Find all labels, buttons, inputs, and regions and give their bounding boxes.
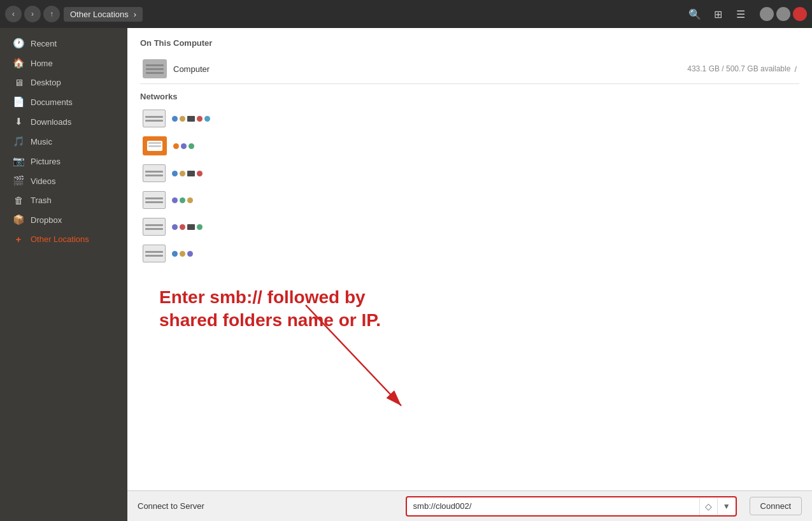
annotation-area: Enter smb:// followed by shared folders … bbox=[140, 267, 799, 445]
sidebar-label-home: Home bbox=[31, 59, 53, 68]
sidebar-label-dropbox: Dropbox bbox=[31, 215, 62, 225]
nas-icon-2 bbox=[143, 136, 167, 155]
downloads-icon: ⬇ bbox=[13, 116, 24, 127]
on-this-computer-title: On This Computer bbox=[140, 38, 799, 48]
network-item-3[interactable] bbox=[140, 160, 799, 187]
bottom-bar: Connect to Server ◇ ▼ Connect bbox=[127, 490, 812, 521]
sidebar-item-desktop[interactable]: 🖥 Desktop bbox=[3, 73, 125, 92]
computer-row[interactable]: Computer 433.1 GB / 500.7 GB available / bbox=[140, 54, 799, 84]
other-locations-icon: + bbox=[13, 234, 24, 245]
connect-to-server-label: Connect to Server bbox=[138, 501, 204, 511]
location-bar[interactable]: Other Locations › bbox=[64, 7, 143, 22]
titlebar: ‹ › ↑ Other Locations › 🔍 ⊞ ☰ bbox=[0, 0, 812, 28]
up-button[interactable]: ↑ bbox=[43, 6, 60, 22]
location-chevron: › bbox=[134, 10, 136, 19]
sidebar-item-videos[interactable]: 🎬 Videos bbox=[3, 171, 125, 190]
trash-icon: 🗑 bbox=[13, 195, 24, 206]
svg-line-1 bbox=[306, 305, 401, 406]
sidebar: 🕐 Recent 🏠 Home 🖥 Desktop 📄 Documents ⬇ … bbox=[0, 28, 127, 521]
network-item-6[interactable] bbox=[140, 240, 799, 267]
forward-button[interactable]: › bbox=[24, 6, 41, 22]
content-area: On This Computer Computer 433.1 GB / 500… bbox=[127, 28, 812, 521]
close-button[interactable] bbox=[793, 7, 807, 21]
sidebar-item-pictures[interactable]: 📷 Pictures bbox=[3, 152, 125, 171]
recent-icon: 🕐 bbox=[13, 38, 24, 49]
nas-icon-5 bbox=[143, 218, 166, 236]
main-layout: 🕐 Recent 🏠 Home 🖥 Desktop 📄 Documents ⬇ … bbox=[0, 28, 812, 521]
network-item-5[interactable] bbox=[140, 213, 799, 240]
nas-icon-1 bbox=[143, 110, 166, 127]
menu-button[interactable]: ☰ bbox=[732, 5, 750, 23]
network-label-1 bbox=[172, 116, 210, 122]
connect-button[interactable]: Connect bbox=[750, 497, 802, 515]
sidebar-label-videos: Videos bbox=[31, 176, 56, 186]
desktop-icon: 🖥 bbox=[13, 77, 24, 88]
maximize-button[interactable] bbox=[776, 7, 790, 21]
sidebar-item-downloads[interactable]: ⬇ Downloads bbox=[3, 112, 125, 131]
home-icon: 🏠 bbox=[13, 57, 24, 69]
computer-hdd-icon bbox=[143, 59, 167, 78]
network-label-4 bbox=[172, 197, 193, 203]
sidebar-label-documents: Documents bbox=[31, 97, 73, 107]
sidebar-item-trash[interactable]: 🗑 Trash bbox=[3, 191, 125, 210]
computer-icon-area: Computer bbox=[143, 59, 210, 78]
network-item-1[interactable] bbox=[140, 105, 799, 132]
computer-label: Computer bbox=[173, 64, 210, 74]
videos-icon: 🎬 bbox=[13, 175, 24, 187]
window-controls bbox=[760, 7, 807, 21]
search-button[interactable]: 🔍 bbox=[686, 5, 704, 23]
sidebar-item-other-locations[interactable]: + Other Locations bbox=[3, 230, 125, 248]
network-label-5 bbox=[172, 224, 203, 230]
networks-title: Networks bbox=[140, 92, 799, 101]
sidebar-label-pictures: Pictures bbox=[31, 157, 61, 166]
back-button[interactable]: ‹ bbox=[5, 6, 22, 22]
sidebar-item-music[interactable]: 🎵 Music bbox=[3, 132, 125, 151]
sidebar-label-recent: Recent bbox=[31, 39, 57, 48]
sidebar-item-documents[interactable]: 📄 Documents bbox=[3, 92, 125, 111]
content-scroll: On This Computer Computer 433.1 GB / 500… bbox=[127, 28, 812, 490]
sidebar-label-desktop: Desktop bbox=[31, 78, 61, 87]
nas-icon-3 bbox=[143, 164, 166, 182]
pictures-icon: 📷 bbox=[13, 155, 24, 167]
connect-server-input[interactable] bbox=[407, 497, 699, 515]
view-toggle-button[interactable]: ⊞ bbox=[709, 5, 727, 23]
nas-icon-6 bbox=[143, 245, 166, 262]
dropdown-arrow-button[interactable]: ▼ bbox=[717, 498, 736, 515]
sidebar-item-home[interactable]: 🏠 Home bbox=[3, 54, 125, 73]
sidebar-item-dropbox[interactable]: 📦 Dropbox bbox=[3, 210, 125, 229]
documents-icon: 📄 bbox=[13, 96, 24, 108]
sidebar-label-trash: Trash bbox=[31, 196, 52, 205]
titlebar-actions: 🔍 ⊞ ☰ bbox=[686, 5, 807, 23]
sidebar-label-music: Music bbox=[31, 137, 52, 146]
network-item-2[interactable] bbox=[140, 132, 799, 160]
sidebar-label-other-locations: Other Locations bbox=[31, 234, 89, 244]
network-item-4[interactable] bbox=[140, 187, 799, 213]
nav-buttons: ‹ › ↑ bbox=[5, 6, 60, 22]
network-label-3 bbox=[172, 171, 203, 176]
network-label-6 bbox=[172, 251, 193, 257]
bookmark-icon-button[interactable]: ◇ bbox=[699, 497, 717, 515]
annotation-arrow bbox=[255, 299, 433, 426]
dropbox-icon: 📦 bbox=[13, 214, 24, 225]
music-icon: 🎵 bbox=[13, 136, 24, 147]
minimize-button[interactable] bbox=[760, 7, 774, 21]
sidebar-label-downloads: Downloads bbox=[31, 117, 71, 127]
computer-space: 433.1 GB / 500.7 GB available bbox=[687, 64, 790, 73]
computer-slash: / bbox=[794, 64, 797, 74]
connect-input-wrapper: ◇ ▼ bbox=[406, 496, 737, 517]
nas-icon-4 bbox=[143, 191, 166, 209]
location-text: Other Locations bbox=[70, 10, 129, 19]
sidebar-item-recent[interactable]: 🕐 Recent bbox=[3, 34, 125, 53]
network-label-2 bbox=[173, 143, 194, 149]
